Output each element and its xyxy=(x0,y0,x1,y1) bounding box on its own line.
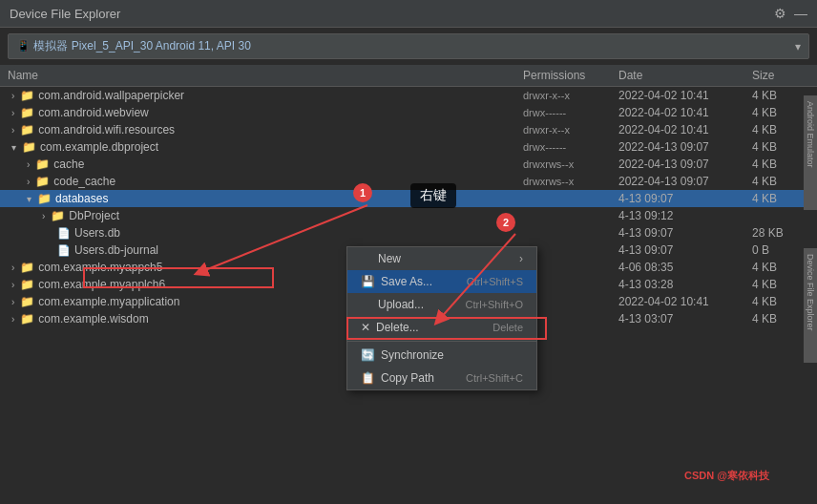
file-icon: 📄 xyxy=(57,244,71,257)
folder-icon: 📁 xyxy=(20,312,34,326)
emulator-label[interactable]: Android Emulator xyxy=(804,95,817,210)
annotation-circle-2: 2 xyxy=(496,213,515,232)
menu-item-icon: 🔄 xyxy=(361,348,375,362)
table-row[interactable]: ▾📁databases4-13 09:074 KB xyxy=(0,190,817,207)
menu-item-icon: ✕ xyxy=(361,321,370,334)
watermark: CSDN @寒依科技 xyxy=(684,469,769,483)
context-menu-item-delete[interactable]: ✕Delete...Delete xyxy=(347,316,536,339)
file-name-text: com.example.myapplication xyxy=(38,295,179,308)
file-date: 4-13 03:28 xyxy=(618,278,752,291)
menu-item-left: Upload... xyxy=(361,298,424,311)
context-menu-item-new[interactable]: New› xyxy=(347,247,536,270)
file-name-text: Users.db-journal xyxy=(74,243,158,257)
folder-icon: 📁 xyxy=(22,140,36,154)
chevron-icon[interactable]: › xyxy=(27,159,30,170)
table-header: Name Permissions Date Size xyxy=(0,65,817,87)
chevron-icon[interactable]: › xyxy=(11,280,14,290)
device-selector[interactable]: 📱 模拟器 Pixel_5_API_30 Android 11, API 30 … xyxy=(8,33,809,59)
menu-item-left: 📋Copy Path xyxy=(361,371,434,385)
chevron-icon[interactable]: ▾ xyxy=(11,142,16,153)
table-row[interactable]: ›📁cachedrwxrws--x2022-04-13 09:074 KB xyxy=(0,156,817,173)
submenu-arrow-icon: › xyxy=(519,252,523,265)
chevron-icon[interactable]: › xyxy=(11,108,14,118)
file-permissions: drwx------ xyxy=(523,107,618,118)
table-row[interactable]: ›📁DbProject4-13 09:12 xyxy=(0,207,817,224)
file-size: 4 KB xyxy=(752,312,809,326)
chevron-icon[interactable]: › xyxy=(11,297,14,307)
context-menu-item-copy_path[interactable]: 📋Copy PathCtrl+Shift+C xyxy=(347,367,536,389)
file-name-text: com.example.wisdom xyxy=(38,312,148,326)
folder-icon: 📁 xyxy=(20,295,34,308)
device-selector-text: 📱 模拟器 Pixel_5_API_30 Android 11, API 30 xyxy=(16,38,251,54)
file-permissions: drwxrws--x xyxy=(523,158,618,170)
menu-item-left: New xyxy=(361,252,401,265)
file-name-text: databases xyxy=(55,192,108,205)
chevron-icon[interactable]: › xyxy=(11,262,14,273)
file-permissions: drwxrws--x xyxy=(523,176,618,187)
file-name-text: cache xyxy=(53,158,84,171)
folder-icon: 📁 xyxy=(35,158,50,171)
device-file-label: Device File Explorer xyxy=(806,254,815,331)
col-permissions: Permissions xyxy=(523,69,618,82)
menu-item-shortcut: Delete xyxy=(492,322,523,333)
table-row[interactable]: ›📁com.android.wifi.resourcesdrwxr-x--x20… xyxy=(0,121,817,138)
file-date: 2022-04-02 10:41 xyxy=(618,123,752,136)
file-name-text: com.example.myapplch6 xyxy=(38,278,165,291)
app-title: Device File Explorer xyxy=(10,7,120,21)
chevron-down-icon: ▾ xyxy=(795,40,801,53)
folder-icon: 📁 xyxy=(35,175,50,188)
file-size: 4 KB xyxy=(752,261,809,274)
chevron-icon[interactable]: › xyxy=(11,314,14,325)
file-size: 28 KB xyxy=(752,226,809,240)
menu-item-left: ✕Delete... xyxy=(361,321,419,334)
folder-icon: 📁 xyxy=(20,89,34,102)
chevron-icon[interactable]: › xyxy=(11,91,14,101)
context-menu-item-save_as[interactable]: 💾Save As...Ctrl+Shift+S xyxy=(347,270,536,293)
gear-icon[interactable]: ⚙ xyxy=(774,6,786,21)
file-name-text: DbProject xyxy=(69,209,119,222)
file-size: 4 KB xyxy=(752,106,809,119)
file-date: 4-13 09:07 xyxy=(618,226,752,240)
file-size: 4 KB xyxy=(752,89,809,102)
table-row[interactable]: ›📁code_cachedrwxrws--x2022-04-13 09:074 … xyxy=(0,173,817,190)
file-size: 4 KB xyxy=(752,158,809,171)
header: Device File Explorer ⚙ — xyxy=(0,0,817,28)
table-row[interactable]: ›📁com.android.wallpaperpickerdrwxr-x--x2… xyxy=(0,87,817,104)
file-date: 4-06 08:35 xyxy=(618,261,752,274)
file-date: 2022-04-13 09:07 xyxy=(618,175,752,188)
annotation-circle-1: 1 xyxy=(353,183,372,202)
file-size: 4 KB xyxy=(752,140,809,154)
file-date: 2022-04-02 10:41 xyxy=(618,106,752,119)
file-date: 2022-04-13 09:07 xyxy=(618,140,752,154)
file-name-text: com.example.dbproject xyxy=(40,140,158,154)
menu-separator xyxy=(347,341,536,342)
menu-item-label: New xyxy=(378,252,401,265)
chevron-icon[interactable]: ▾ xyxy=(27,194,31,204)
file-date: 4-13 09:07 xyxy=(618,243,752,257)
menu-item-label: Copy Path xyxy=(381,371,434,385)
file-name-text: com.android.wifi.resources xyxy=(38,123,175,136)
menu-item-left: 💾Save As... xyxy=(361,275,432,288)
file-name-text: code_cache xyxy=(53,175,115,188)
context-menu: New›💾Save As...Ctrl+Shift+SUpload...Ctrl… xyxy=(346,246,537,390)
table-row[interactable]: 📄Users.db4-13 09:0728 KB xyxy=(0,224,817,242)
chevron-icon[interactable]: › xyxy=(42,211,45,221)
file-size: 4 KB xyxy=(752,192,809,205)
chevron-icon[interactable]: › xyxy=(11,125,14,136)
file-date: 2022-04-02 10:41 xyxy=(618,89,752,102)
file-name-text: Users.db xyxy=(74,226,120,240)
menu-item-label: Synchronize xyxy=(381,348,444,362)
menu-item-shortcut: Ctrl+Shift+C xyxy=(466,372,523,384)
context-menu-item-upload[interactable]: Upload...Ctrl+Shift+O xyxy=(347,293,536,316)
menu-item-label: Delete... xyxy=(376,321,419,334)
table-row[interactable]: ▾📁com.example.dbprojectdrwx------2022-04… xyxy=(0,138,817,156)
file-name-text: com.android.wallpaperpicker xyxy=(38,89,184,102)
device-file-explorer-label[interactable]: Device File Explorer xyxy=(804,248,817,363)
android-emulator-label: Android Emulator xyxy=(806,101,815,168)
minimize-icon[interactable]: — xyxy=(794,6,807,21)
context-menu-item-synchronize[interactable]: 🔄Synchronize xyxy=(347,344,536,367)
chevron-icon[interactable]: › xyxy=(27,177,30,187)
table-row[interactable]: ›📁com.android.webviewdrwx------2022-04-0… xyxy=(0,104,817,121)
file-name-text: com.android.webview xyxy=(38,106,148,119)
file-size: 0 B xyxy=(752,243,809,257)
